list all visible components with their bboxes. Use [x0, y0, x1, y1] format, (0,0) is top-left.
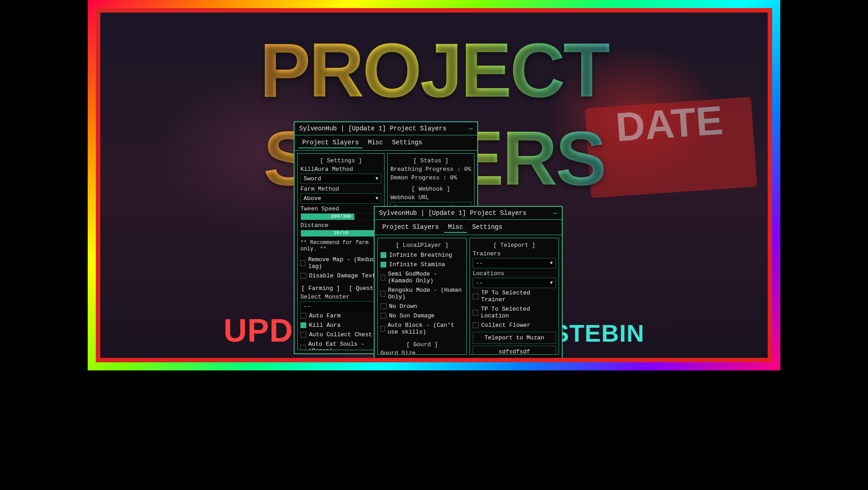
titlebar[interactable]: SylveonHub | [Update 1] Project Slayers …	[375, 207, 562, 220]
minimize-icon[interactable]: —	[469, 125, 473, 132]
settings-header: [ Settings ]	[300, 157, 381, 164]
demon-progress: Demon Progress : 0%	[390, 174, 471, 181]
titlebar[interactable]: SylveonHub | [Update 1] Project Slayers …	[295, 122, 477, 135]
auto-collect-chest-label: Auto Collect Chest	[309, 331, 372, 338]
checkbox-icon	[300, 332, 306, 338]
checkbox-icon	[300, 260, 305, 266]
trainers-label: Trainers	[473, 250, 556, 257]
distance-label: Distance	[300, 222, 381, 229]
select-monster-value: --	[304, 303, 311, 310]
auto-eat-souls-checkbox[interactable]: Auto Eat Souls - (Demon)	[300, 339, 381, 350]
select-monster-dropdown[interactable]: --	[300, 301, 381, 311]
caret-down-icon: ▼	[550, 281, 553, 285]
localplayer-header: [ LocalPlayer ]	[380, 242, 464, 249]
tab-bar: Project Slayers Misc Settings	[295, 135, 477, 151]
collect-flower-label: Collect Flower	[481, 322, 530, 329]
tab-misc[interactable]: Misc	[444, 222, 467, 233]
tab-settings[interactable]: Settings	[468, 222, 506, 233]
no-sun-damage-checkbox[interactable]: No Sun Damage	[380, 311, 464, 321]
tp-selected-location-checkbox[interactable]: TP To Selected Location	[473, 304, 556, 321]
checkbox-icon	[380, 303, 386, 309]
checkbox-icon	[473, 310, 478, 316]
select-monster-label: Select Monster	[300, 294, 381, 300]
auto-farm-checkbox[interactable]: Auto Farm	[300, 311, 381, 321]
checkbox-icon	[473, 322, 479, 328]
minimize-icon[interactable]: —	[554, 209, 557, 217]
farming-header: [ Farming ]	[300, 285, 341, 292]
infinite-stamina-checkbox[interactable]: Infinite Stamina	[380, 260, 464, 269]
killaura-method-value: Sword	[304, 175, 321, 182]
status-header: [ Status ]	[390, 157, 471, 164]
tween-speed-value: 200/300	[331, 214, 351, 219]
localplayer-panel: [ LocalPlayer ] Infinite Breathing Infin…	[377, 238, 467, 355]
tab-project-slayers[interactable]: Project Slayers	[298, 137, 363, 148]
gui-window-second: SylveonHub | [Update 1] Project Slayers …	[374, 206, 563, 359]
gourd-header: [ Gourd ]	[380, 341, 464, 348]
distance-value: 10/10	[333, 230, 348, 236]
checkbox-checked-icon	[380, 262, 386, 267]
checkbox-icon	[380, 313, 386, 319]
no-sun-damage-label: No Sun Damage	[389, 312, 434, 319]
checkbox-icon	[473, 294, 479, 299]
killaura-method-label: KillAura Method	[300, 166, 381, 173]
kill-aura-checkbox[interactable]: Kill Aura	[300, 321, 381, 330]
tab-settings[interactable]: Settings	[388, 137, 426, 148]
tp-selected-trainer-label: TP To Selected Trainer	[481, 290, 556, 303]
caret-down-icon: ▼	[376, 196, 378, 201]
killaura-method-dropdown[interactable]: Sword ▼	[300, 174, 381, 184]
checkbox-checked-icon	[300, 322, 306, 328]
recommend-note: ** Recommend for farm only. **	[300, 240, 381, 252]
locations-dropdown[interactable]: -- ▼	[473, 278, 556, 288]
teleport-panel: [ Teleport ] Trainers -- ▼ Locations -- …	[470, 238, 559, 355]
tab-bar: Project Slayers Misc Settings	[375, 220, 562, 235]
distance-slider[interactable]: 10/10	[300, 230, 381, 237]
auto-block-checkbox[interactable]: Auto Block - (Can't use skills)	[380, 321, 464, 337]
inner-frame: DATE SLAYERS PROJECT SLAYERS SylveonHub …	[96, 8, 772, 362]
rengoku-mode-label: Rengoku Mode - (Human Only)	[388, 287, 464, 300]
kill-aura-label: Kill Aura	[309, 322, 340, 329]
webhook-url-label: Webhook URL	[390, 194, 471, 201]
caret-down-icon: ▼	[550, 261, 553, 266]
caret-down-icon: ▼	[376, 176, 378, 181]
sdf-button[interactable]: sdfsdfsdf	[473, 346, 556, 355]
auto-farm-label: Auto Farm	[309, 312, 340, 319]
remove-map-label: Remove Map - (Reduce lag)	[308, 256, 381, 270]
checkbox-icon	[300, 345, 306, 351]
breathing-progress: Breathing Progress : 0%	[390, 166, 471, 173]
locations-value: --	[476, 280, 483, 286]
rainbow-frame: DATE SLAYERS PROJECT SLAYERS SylveonHub …	[88, 0, 780, 370]
collect-flower-checkbox[interactable]: Collect Flower	[473, 321, 556, 330]
auto-eat-souls-label: Auto Eat Souls - (Demon)	[309, 341, 381, 350]
auto-block-label: Auto Block - (Can't use skills)	[388, 322, 464, 335]
gourd-size-label: Gourd Size	[380, 350, 464, 355]
no-drown-checkbox[interactable]: No Drown	[380, 302, 464, 311]
infinite-stamina-label: Infinite Stamina	[389, 261, 445, 268]
checkbox-icon	[380, 275, 385, 281]
teleport-header: [ Teleport ]	[473, 242, 556, 249]
semi-godmode-label: Semi GodMode - (Kamado Only)	[388, 271, 464, 284]
checkbox-icon	[380, 291, 385, 297]
trainers-dropdown[interactable]: -- ▼	[473, 258, 556, 268]
farm-method-dropdown[interactable]: Above ▼	[300, 193, 381, 204]
tab-project-slayers[interactable]: Project Slayers	[378, 222, 443, 233]
tween-speed-slider[interactable]: 200/300	[300, 213, 381, 220]
disable-damage-text-checkbox[interactable]: Disable Damage Text	[300, 271, 381, 281]
semi-godmode-checkbox[interactable]: Semi GodMode - (Kamado Only)	[380, 269, 464, 285]
checkbox-checked-icon	[380, 252, 386, 258]
teleport-to-muzan-button[interactable]: Teleport to Muzan	[473, 332, 556, 344]
tp-selected-trainer-checkbox[interactable]: TP To Selected Trainer	[473, 288, 556, 304]
trainers-value: --	[476, 260, 483, 267]
locations-label: Locations	[473, 270, 556, 277]
checkbox-icon	[300, 273, 306, 279]
checkbox-icon	[300, 313, 306, 319]
window-title: SylveonHub | [Update 1] Project Slayers	[379, 209, 527, 217]
rengoku-mode-checkbox[interactable]: Rengoku Mode - (Human Only)	[380, 285, 464, 302]
remove-map-checkbox[interactable]: Remove Map - (Reduce lag)	[300, 255, 381, 271]
tp-selected-location-label: TP To Selected Location	[481, 306, 556, 319]
auto-collect-chest-checkbox[interactable]: Auto Collect Chest	[300, 330, 381, 339]
infinite-breathing-checkbox[interactable]: Infinite Breathing	[380, 250, 464, 260]
tab-misc[interactable]: Misc	[364, 137, 387, 148]
no-drown-label: No Drown	[389, 303, 417, 310]
farm-method-label: Farm Method	[300, 186, 381, 192]
farm-method-value: Above	[304, 195, 321, 202]
